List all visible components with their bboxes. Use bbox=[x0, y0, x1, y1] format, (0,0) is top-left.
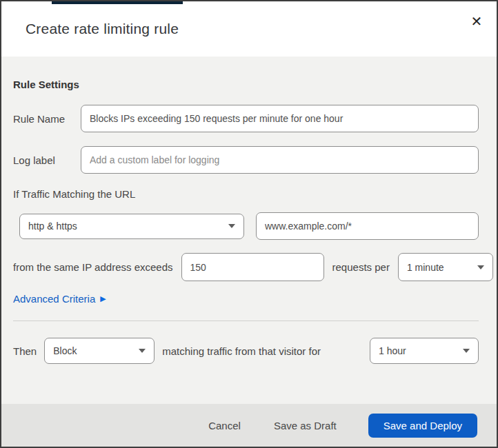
rule-settings-heading: Rule Settings bbox=[13, 57, 479, 91]
scheme-url-row: http & https bbox=[13, 212, 479, 240]
duration-select[interactable]: 1 hour bbox=[370, 338, 479, 364]
advanced-criteria-link[interactable]: Advanced Criteria ▶ bbox=[13, 293, 106, 305]
rule-name-row: Rule Name bbox=[13, 105, 479, 132]
log-label-row: Log label bbox=[13, 146, 479, 174]
rule-name-input[interactable] bbox=[81, 105, 479, 132]
triangle-right-icon: ▶ bbox=[100, 294, 106, 304]
request-count-input[interactable] bbox=[181, 253, 324, 281]
section-divider bbox=[13, 320, 479, 321]
action-row: Then Block matching traffic from that vi… bbox=[13, 338, 479, 364]
advanced-criteria-label: Advanced Criteria bbox=[13, 293, 95, 305]
rule-name-label: Rule Name bbox=[13, 113, 81, 125]
log-label-label: Log label bbox=[13, 154, 81, 166]
chevron-down-icon bbox=[139, 349, 146, 353]
threshold-prefix-text: from the same IP address exceeds bbox=[13, 261, 173, 273]
action-select-value: Block bbox=[53, 345, 133, 356]
page-title: Create rate limiting rule bbox=[26, 21, 179, 37]
dialog-header: Create rate limiting rule ✕ bbox=[1, 1, 497, 57]
threshold-middle-text: requests per bbox=[332, 261, 390, 273]
scheme-select-value: http & https bbox=[28, 221, 223, 232]
threshold-row: from the same IP address exceeds request… bbox=[13, 253, 479, 281]
chevron-down-icon bbox=[228, 224, 235, 228]
duration-select-value: 1 hour bbox=[379, 345, 457, 356]
action-select[interactable]: Block bbox=[44, 338, 155, 364]
traffic-match-intro: If Traffic Matching the URL bbox=[13, 187, 479, 201]
action-middle-text: matching traffic from that visitor for bbox=[162, 345, 321, 357]
save-as-draft-button[interactable]: Save as Draft bbox=[272, 417, 338, 434]
period-select-value: 1 minute bbox=[407, 262, 472, 273]
top-accent-bar bbox=[52, 1, 183, 4]
chevron-down-icon bbox=[477, 265, 484, 269]
chevron-down-icon bbox=[463, 349, 470, 353]
url-pattern-input[interactable] bbox=[256, 212, 479, 240]
cancel-button[interactable]: Cancel bbox=[207, 417, 242, 434]
create-rate-limiting-rule-dialog: Create rate limiting rule ✕ Rule Setting… bbox=[0, 0, 498, 448]
scheme-select[interactable]: http & https bbox=[19, 214, 244, 239]
log-label-input[interactable] bbox=[81, 146, 479, 174]
dialog-body: Rule Settings Rule Name Log label If Tra… bbox=[1, 57, 497, 404]
dialog-footer: Cancel Save as Draft Save and Deploy bbox=[1, 404, 497, 447]
period-select[interactable]: 1 minute bbox=[398, 253, 493, 281]
save-and-deploy-button[interactable]: Save and Deploy bbox=[368, 414, 477, 438]
close-icon[interactable]: ✕ bbox=[466, 11, 487, 32]
then-text: Then bbox=[13, 345, 37, 357]
